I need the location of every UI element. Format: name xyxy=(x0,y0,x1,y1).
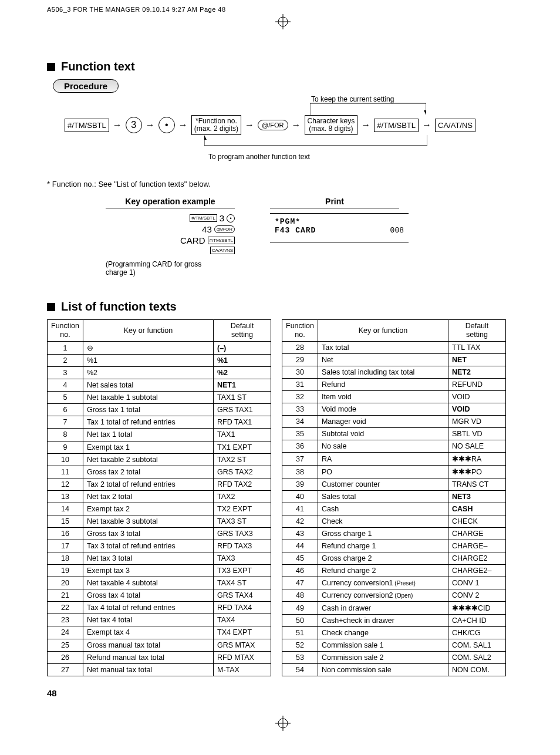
arrow-right-icon: → xyxy=(361,120,370,130)
page-number: 48 xyxy=(47,688,519,698)
th-default-setting: Defaultsetting xyxy=(448,320,506,342)
table-row: 34Manager voidMGR VD xyxy=(282,416,506,428)
key-ca-at-ns: CA/AT/NS xyxy=(435,119,475,132)
table-row: 53Commission sale 2COM. SAL2 xyxy=(282,652,506,664)
table-row: 32Item voidVOID xyxy=(282,391,506,403)
section-title: Function text xyxy=(61,60,135,73)
table-row: 4Net sales totalNET1 xyxy=(48,379,271,392)
table-row: 35Subtotal voidSBTL VD xyxy=(282,428,506,440)
arrow-right-icon: → xyxy=(422,120,431,130)
function-table-left: Functionno. Key or function Defaultsetti… xyxy=(47,319,271,676)
table-row: 15Net taxable 3 subtotalTAX3 ST xyxy=(48,515,271,527)
section-title: List of function texts xyxy=(61,300,177,314)
table-row: 30Sales total including tax totalNET2 xyxy=(282,366,506,379)
page: A506_3 FOR THE MANAGER 09.10.14 9:27 AM … xyxy=(0,0,560,750)
table-row: 26Refund manual tax totalRFD MTAX xyxy=(48,651,271,663)
svg-marker-10 xyxy=(204,135,207,140)
key-tm-sbtl: #/TM/SBTL xyxy=(65,119,109,132)
table-row: 46Refund charge 2CHARGE2– xyxy=(282,565,506,577)
table-row: 28Tax totalTTL TAX xyxy=(282,342,506,354)
table-row: 8Net tax 1 totalTAX1 xyxy=(48,429,271,441)
table-row: 50Cash+check in drawerCA+CH ID xyxy=(282,615,506,627)
square-bullet-icon xyxy=(47,63,55,71)
section-heading-function-text: Function text xyxy=(47,60,519,73)
table-row: 6Gross tax 1 totalGRS TAX1 xyxy=(48,404,271,416)
footnote: * Function no.: See "List of function te… xyxy=(47,180,519,188)
table-row: 17Tax 3 total of refund entriesRFD TAX3 xyxy=(48,540,271,552)
table-row: 38PO✱✱✱PO xyxy=(282,466,506,478)
table-row: 47Currency conversion1 (Preset)CONV 1 xyxy=(282,577,506,589)
th-key-function: Key or function xyxy=(318,320,448,342)
table-row: 21Gross tax 4 totalGRS TAX4 xyxy=(48,589,271,602)
branch-down-arrow-icon xyxy=(204,135,427,151)
table-row: 11Gross tax 2 totalGRS TAX2 xyxy=(48,466,271,478)
key-function-no: *Function no.(max. 2 digits) xyxy=(191,115,241,135)
example-row: Key operation example #/TM/SBTL 3 • 43 @… xyxy=(106,197,519,277)
table-row: 12Tax 2 total of refund entriesRFD TAX2 xyxy=(48,478,271,490)
running-header: A506_3 FOR THE MANAGER 09.10.14 9:27 AM … xyxy=(47,6,519,13)
table-row: 43Gross charge 1CHARGE xyxy=(282,528,506,540)
key-at-for: @/FOR xyxy=(258,120,288,130)
function-table-right: Functionno. Key or function Defaultsetti… xyxy=(282,319,506,676)
table-row: 13Net tax 2 totalTAX2 xyxy=(48,490,271,503)
table-row: 16Gross tax 3 totalGRS TAX3 xyxy=(48,527,271,540)
table-row: 18Net tax 3 totalTAX3 xyxy=(48,552,271,565)
table-row: 14Exempt tax 2TX2 EXPT xyxy=(48,503,271,515)
example-line-3: CARD #/TM/SBTL xyxy=(135,235,235,245)
table-row: 37RA✱✱✱RA xyxy=(282,453,506,466)
crop-marks-top xyxy=(47,14,519,25)
table-row: 5Net taxable 1 subtotalTAX1 ST xyxy=(48,392,271,404)
example-note: (Programming CARD for gross charge 1) xyxy=(106,260,223,277)
table-row: 27Net manual tax totalM-TAX xyxy=(48,663,271,676)
print-heading: Print xyxy=(270,197,399,208)
example-heading: Key operation example xyxy=(106,197,235,208)
example-line-4: CA/AT/NS xyxy=(135,247,235,254)
table-row: 10Net taxable 2 subtotalTAX2 ST xyxy=(48,453,271,466)
table-row: 22Tax 4 total of refund entriesRFD TAX4 xyxy=(48,602,271,614)
table-row: 39Customer counterTRANS CT xyxy=(282,478,506,491)
square-bullet-icon xyxy=(47,303,55,311)
arrow-right-icon: → xyxy=(146,120,155,130)
table-row: 40Sales totalNET3 xyxy=(282,491,506,503)
section-heading-list: List of function texts xyxy=(47,300,519,314)
table-row: 41CashCASH xyxy=(282,503,506,515)
table-row: 49Cash in drawer✱✱✱✱CID xyxy=(282,602,506,615)
table-row: 52Commission sale 1COM. SAL1 xyxy=(282,639,506,652)
procedure-label: Procedure xyxy=(47,79,519,93)
table-row: 3%2%2 xyxy=(48,367,271,379)
print-output: *PGM* F43 CARD 008 xyxy=(270,213,409,242)
arrow-right-icon: → xyxy=(178,120,188,130)
table-row: 45Gross charge 2CHARGE2 xyxy=(282,552,506,565)
arrow-right-icon: → xyxy=(245,120,254,130)
th-default-setting: Defaultsetting xyxy=(214,320,271,342)
table-row: 25Gross manual tax totalGRS MTAX xyxy=(48,639,271,651)
key-tm-sbtl-2: #/TM/SBTL xyxy=(374,119,419,132)
table-row: 20Net taxable 4 subtotalTAX4 ST xyxy=(48,577,271,589)
th-function-no: Functionno. xyxy=(282,320,318,342)
function-tables: Functionno. Key or function Defaultsetti… xyxy=(47,319,519,676)
flow-note-bottom: To program another function text xyxy=(208,153,310,161)
key-character-keys: Character keys(max. 8 digits) xyxy=(305,115,358,135)
key-3: 3 xyxy=(126,117,142,133)
example-line-1: #/TM/SBTL 3 • xyxy=(135,213,235,223)
table-row: 36No saleNO SALE xyxy=(282,440,506,453)
procedure-flow: To keep the current setting #/TM/SBTL → … xyxy=(65,100,519,176)
table-row: 42CheckCHECK xyxy=(282,515,506,528)
arrow-right-icon: → xyxy=(113,120,122,130)
table-row: 19Exempt tax 3TX3 EXPT xyxy=(48,565,271,577)
th-key-function: Key or function xyxy=(83,320,213,342)
table-row: 51Check changeCHK/CG xyxy=(282,627,506,639)
table-row: 9Exempt tax 1TX1 EXPT xyxy=(48,441,271,453)
svg-marker-6 xyxy=(424,110,426,115)
table-row: 23Net tax 4 totalTAX4 xyxy=(48,614,271,626)
example-line-2: 43 @/FOR xyxy=(135,224,235,234)
th-function-no: Functionno. xyxy=(48,320,83,342)
branch-up-arrow-icon xyxy=(310,101,426,115)
table-row: 33Void modeVOID xyxy=(282,403,506,416)
table-row: 31RefundREFUND xyxy=(282,379,506,391)
table-row: 1⊖(–) xyxy=(48,342,271,355)
table-row: 54Non commission saleNON COM. xyxy=(282,664,506,676)
table-row: 48Currency conversion2 (Open)CONV 2 xyxy=(282,589,506,602)
arrow-right-icon: → xyxy=(292,120,301,130)
key-dot: • xyxy=(158,117,175,133)
